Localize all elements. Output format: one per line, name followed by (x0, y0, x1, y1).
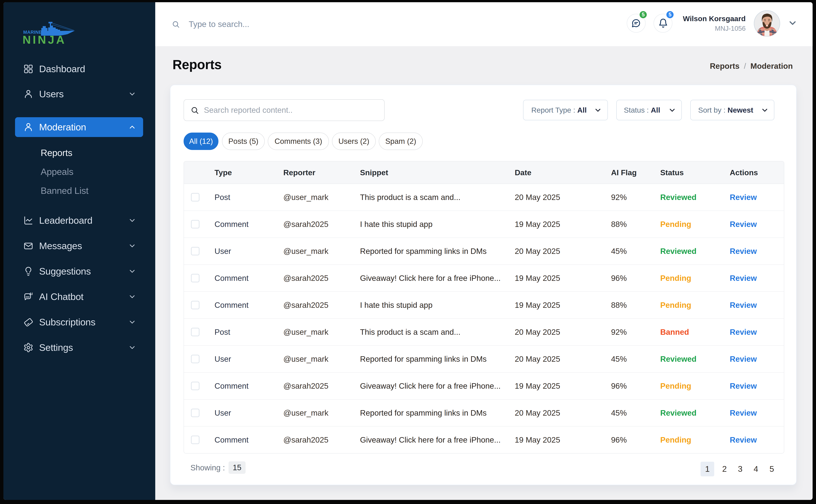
svg-text:AI: AI (29, 292, 33, 296)
